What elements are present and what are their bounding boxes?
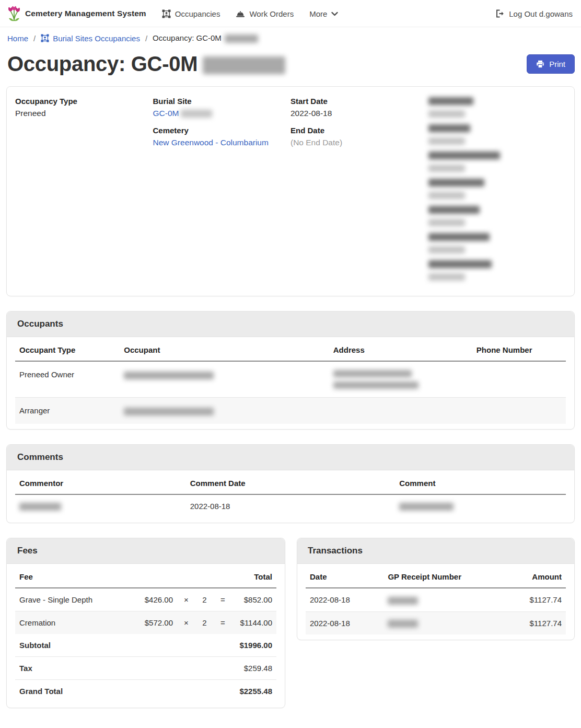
occupant-type: Preneed Owner: [15, 361, 120, 398]
redacted-field: [428, 260, 566, 281]
occupant-type: Arranger: [15, 398, 120, 424]
redacted-field: [428, 233, 566, 253]
nav-more-label: More: [309, 9, 327, 18]
end-date-label: End Date: [290, 124, 428, 136]
transactions-section-title: Transactions: [297, 538, 574, 564]
detail-col-3: Start Date 2022-08-18 End Date (No End D…: [290, 95, 428, 287]
occupants-section-title: Occupants: [7, 311, 574, 337]
comments-col-commentor: Commentor: [15, 471, 186, 494]
redacted-breadcrumb-text: [225, 34, 258, 43]
niche-icon: [41, 34, 49, 42]
occupant-row: Arranger: [15, 398, 566, 424]
fee-name: Grave - Single Depth: [15, 588, 130, 611]
fee-equals-sign: =: [214, 611, 232, 634]
occupants-col-phone: Phone Number: [472, 338, 566, 361]
redacted-address-line: [333, 382, 419, 389]
detail-col-1: Occupancy Type Preneed: [15, 95, 153, 287]
occupants-section: Occupants Occupant Type Occupant Address…: [6, 311, 575, 430]
breadcrumb-occupancies-label: Burial Sites Occupancies: [53, 34, 140, 43]
logout-label: Log Out d.gowans: [509, 9, 573, 18]
subtotal-value: $1996.00: [232, 634, 276, 657]
tulip-logo-icon: [7, 6, 21, 21]
app-title: Cemetery Management System: [25, 9, 146, 18]
fees-tax-row: Tax $259.48: [15, 657, 276, 680]
fee-equals-sign: =: [214, 588, 232, 611]
redacted-receipt-number: [388, 597, 418, 605]
burial-site-label: Burial Site: [153, 95, 291, 107]
chevron-down-icon: [331, 11, 338, 16]
transaction-row: 2022-08-18 $1127.74: [306, 611, 566, 634]
start-date-value: 2022-08-18: [290, 107, 428, 120]
fee-times-sign: ×: [177, 611, 195, 634]
breadcrumb-home[interactable]: Home: [7, 34, 28, 43]
cemetery-link[interactable]: New Greenwood - Columbarium: [153, 138, 269, 147]
redacted-commentor: [19, 503, 61, 511]
fee-price: $426.00: [130, 588, 177, 611]
comment-date: 2022-08-18: [186, 494, 396, 518]
comments-section-title: Comments: [7, 445, 574, 470]
fee-row: Grave - Single Depth $426.00 × 2 = $852.…: [15, 588, 276, 611]
burial-site-link[interactable]: GC-0M: [153, 109, 213, 118]
transaction-amount: $1127.74: [501, 588, 566, 611]
redacted-field: [428, 179, 566, 199]
occupants-col-occupant: Occupant: [120, 338, 329, 361]
redacted-occupant-name: [124, 372, 214, 379]
nav-more[interactable]: More: [309, 9, 338, 18]
fees-section-title: Fees: [7, 538, 285, 564]
occupant-phone: [472, 361, 566, 398]
occupant-phone: [472, 398, 566, 424]
occupancy-detail-card: Occupancy Type Preneed Burial Site GC-0M…: [6, 86, 575, 296]
redacted-field: [428, 97, 566, 118]
logout-link[interactable]: Log Out d.gowans: [496, 9, 573, 18]
grand-total-label: Grand Total: [15, 680, 232, 703]
transactions-col-amount: Amount: [501, 565, 566, 588]
nav-occupancies[interactable]: Occupancies: [162, 9, 220, 18]
top-navbar: Cemetery Management System Occupancies: [0, 0, 581, 27]
fees-table: Fee Total Grave - Single Depth $426.00 ×…: [15, 565, 276, 702]
brand: Cemetery Management System: [7, 6, 146, 21]
hard-hat-icon: [236, 10, 245, 18]
redacted-title-text: [203, 56, 285, 74]
redacted-field: [428, 152, 566, 172]
breadcrumb-separator: /: [33, 34, 36, 43]
comment-row: 2022-08-18: [15, 494, 566, 518]
printer-icon: [536, 60, 544, 68]
redacted-field: [428, 124, 566, 145]
occupants-col-type: Occupant Type: [15, 338, 120, 361]
subtotal-label: Subtotal: [15, 634, 232, 657]
page-header: Occupancy: GC-0M Print: [0, 48, 581, 86]
comments-section: Comments Commentor Comment Date Comment …: [6, 444, 575, 524]
transaction-amount: $1127.74: [501, 611, 566, 634]
fees-col-fee: Fee: [15, 565, 130, 588]
tax-value: $259.48: [232, 657, 276, 680]
start-date-label: Start Date: [290, 95, 428, 107]
end-date-value: (No End Date): [290, 136, 428, 149]
transaction-row: 2022-08-18 $1127.74: [306, 588, 566, 611]
logout-icon: [496, 9, 505, 18]
detail-col-4-redacted: [428, 95, 566, 287]
comments-col-comment: Comment: [395, 471, 566, 494]
cemetery-label: Cemetery: [153, 124, 291, 136]
breadcrumb-separator: /: [145, 34, 147, 43]
nav-work-orders[interactable]: Work Orders: [236, 9, 294, 18]
redacted-address-line: [333, 370, 412, 377]
occupancy-type-label: Occupancy Type: [15, 95, 153, 107]
fees-col-total: Total: [232, 565, 276, 588]
occupancy-type-value: Preneed: [15, 107, 153, 120]
redacted-occupant-name: [124, 408, 214, 415]
redacted-comment: [399, 503, 454, 511]
niche-icon: [162, 9, 171, 18]
breadcrumb-occupancies[interactable]: Burial Sites Occupancies: [41, 34, 140, 43]
fee-quantity: 2: [195, 611, 214, 634]
fee-row: Cremation $572.00 × 2 = $1144.00: [15, 611, 276, 634]
nav-work-orders-label: Work Orders: [249, 9, 294, 18]
transactions-section: Transactions Date GP Receipt Number Amou…: [297, 538, 575, 640]
print-button-label: Print: [549, 60, 565, 68]
fee-quantity: 2: [195, 588, 214, 611]
print-button[interactable]: Print: [527, 54, 575, 74]
fee-name: Cremation: [15, 611, 130, 634]
redacted-receipt-number: [388, 620, 418, 628]
occupant-address: [329, 398, 472, 424]
fee-times-sign: ×: [177, 588, 195, 611]
transactions-table: Date GP Receipt Number Amount 2022-08-18…: [306, 565, 566, 634]
